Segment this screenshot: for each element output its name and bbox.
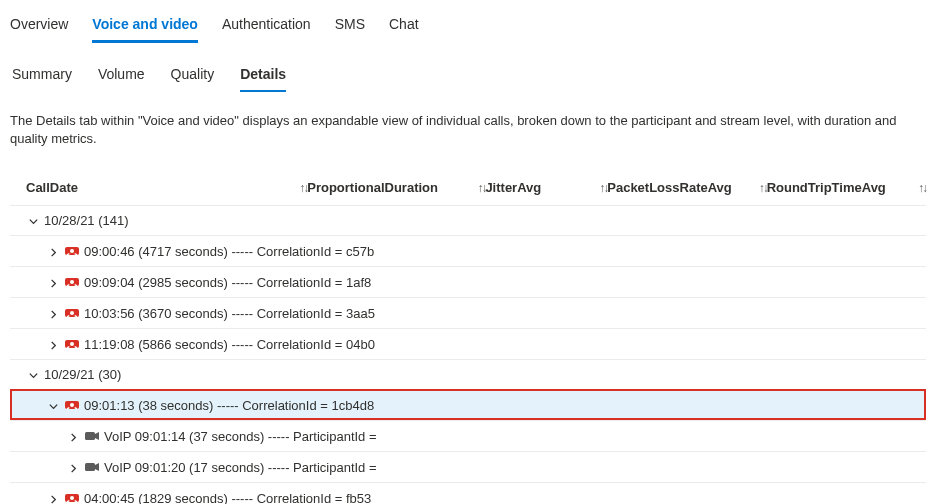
chevron-right-icon[interactable] — [46, 306, 60, 320]
tab-authentication[interactable]: Authentication — [222, 10, 311, 43]
subtab-volume[interactable]: Volume — [98, 60, 145, 92]
subtab-details[interactable]: Details — [240, 60, 286, 92]
col-header-jitter[interactable]: JitterAvg ↑↓ — [485, 180, 607, 195]
call-text: 09:00:46 (4717 seconds) ----- Correlatio… — [84, 244, 374, 259]
col-label: ProportionalDuration — [307, 180, 438, 195]
phone-icon — [64, 336, 80, 352]
call-text: 09:09:04 (2985 seconds) ----- Correlatio… — [84, 275, 371, 290]
col-header-propduration[interactable]: ProportionalDuration ↑↓ — [307, 180, 485, 195]
subtab-summary[interactable]: Summary — [12, 60, 72, 92]
chevron-right-icon[interactable] — [66, 460, 80, 474]
chevron-down-icon[interactable] — [46, 398, 60, 412]
call-text: 04:00:45 (1829 seconds) ----- Correlatio… — [84, 491, 371, 504]
sort-icon[interactable]: ↑↓ — [599, 181, 607, 195]
tab-sms[interactable]: SMS — [335, 10, 365, 43]
col-label: RoundTripTimeAvg — [767, 180, 886, 195]
chevron-right-icon[interactable] — [46, 337, 60, 351]
tab-chat[interactable]: Chat — [389, 10, 419, 43]
group-label: 10/29/21 (30) — [44, 367, 121, 382]
col-label: JitterAvg — [485, 180, 541, 195]
sort-icon[interactable]: ↑↓ — [299, 181, 307, 195]
table-header: CallDate ↑↓ ProportionalDuration ↑↓ Jitt… — [10, 172, 926, 205]
call-row[interactable]: 09:01:13 (38 seconds) ----- CorrelationI… — [10, 389, 926, 420]
sort-icon[interactable]: ↑↓ — [477, 181, 485, 195]
chevron-right-icon[interactable] — [46, 275, 60, 289]
participant-text: VoIP 09:01:14 (37 seconds) ----- Partici… — [104, 429, 377, 444]
chevron-right-icon[interactable] — [46, 244, 60, 258]
call-text: 10:03:56 (3670 seconds) ----- Correlatio… — [84, 306, 375, 321]
chevron-right-icon[interactable] — [46, 491, 60, 504]
phone-icon — [64, 274, 80, 290]
top-tab-bar: Overview Voice and video Authentication … — [10, 10, 926, 44]
call-row[interactable]: 10:03:56 (3670 seconds) ----- Correlatio… — [10, 297, 926, 328]
details-description: The Details tab within "Voice and video"… — [10, 112, 926, 148]
col-label: PacketLossRateAvg — [607, 180, 732, 195]
tab-overview[interactable]: Overview — [10, 10, 68, 43]
col-header-calldate[interactable]: CallDate ↑↓ — [26, 180, 307, 195]
camera-icon — [84, 459, 100, 475]
call-text: 09:01:13 (38 seconds) ----- CorrelationI… — [84, 398, 374, 413]
chevron-down-icon[interactable] — [26, 368, 40, 382]
sub-tab-bar: Summary Volume Quality Details — [10, 60, 926, 92]
chevron-down-icon[interactable] — [26, 214, 40, 228]
phone-icon — [64, 490, 80, 504]
subtab-quality[interactable]: Quality — [171, 60, 215, 92]
date-group-row[interactable]: 10/28/21 (141) — [10, 205, 926, 235]
phone-icon — [64, 243, 80, 259]
call-text: 11:19:08 (5866 seconds) ----- Correlatio… — [84, 337, 375, 352]
chevron-right-icon[interactable] — [66, 429, 80, 443]
phone-icon — [64, 397, 80, 413]
call-row[interactable]: 09:00:46 (4717 seconds) ----- Correlatio… — [10, 235, 926, 266]
col-label: CallDate — [26, 180, 78, 195]
participant-row[interactable]: VoIP 09:01:20 (17 seconds) ----- Partici… — [10, 451, 926, 482]
group-label: 10/28/21 (141) — [44, 213, 129, 228]
phone-icon — [64, 305, 80, 321]
tab-voice-video[interactable]: Voice and video — [92, 10, 198, 43]
col-header-rtt[interactable]: RoundTripTimeAvg ↑↓ — [767, 180, 926, 195]
participant-text: VoIP 09:01:20 (17 seconds) ----- Partici… — [104, 460, 377, 475]
participant-row[interactable]: VoIP 09:01:14 (37 seconds) ----- Partici… — [10, 420, 926, 451]
date-group-row[interactable]: 10/29/21 (30) — [10, 359, 926, 389]
call-row[interactable]: 09:09:04 (2985 seconds) ----- Correlatio… — [10, 266, 926, 297]
rows-container: 10/28/21 (141) 09:00:46 (4717 seconds) -… — [10, 205, 926, 504]
sort-icon[interactable]: ↑↓ — [759, 181, 767, 195]
camera-icon — [84, 428, 100, 444]
call-row[interactable]: 11:19:08 (5866 seconds) ----- Correlatio… — [10, 328, 926, 359]
col-header-packetloss[interactable]: PacketLossRateAvg ↑↓ — [607, 180, 766, 195]
call-row[interactable]: 04:00:45 (1829 seconds) ----- Correlatio… — [10, 482, 926, 504]
sort-icon[interactable]: ↑↓ — [918, 181, 926, 195]
